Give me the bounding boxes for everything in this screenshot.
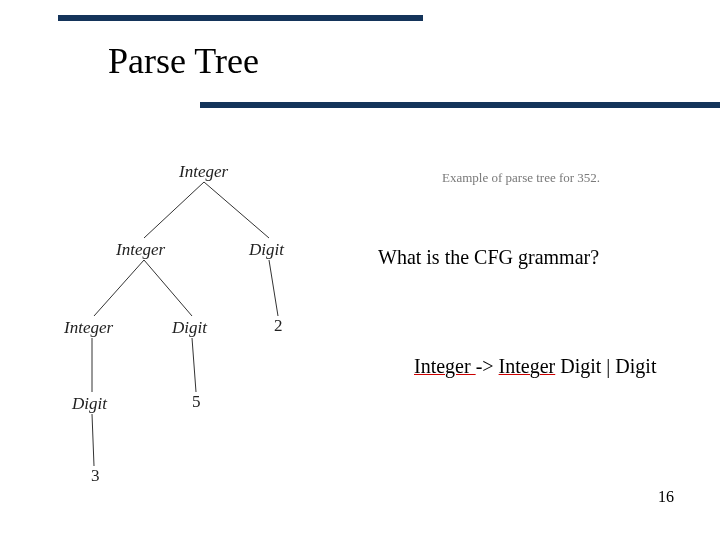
page-number: 16 [658, 488, 674, 506]
node-leaf-5: 5 [192, 392, 201, 412]
node-integer-l1: Integer [116, 240, 165, 260]
svg-line-1 [204, 182, 269, 238]
node-leaf-2: 2 [274, 316, 283, 336]
node-digit-l2: Digit [172, 318, 207, 338]
grammar-rhs-integer: Integer [499, 355, 556, 377]
title-underline [200, 102, 720, 108]
svg-line-2 [94, 260, 144, 316]
node-digit-l3: Digit [72, 394, 107, 414]
question-text: What is the CFG grammar? [378, 246, 599, 269]
svg-line-6 [192, 338, 196, 392]
top-rule [58, 15, 423, 21]
node-integer-l2: Integer [64, 318, 113, 338]
node-integer-root: Integer [179, 162, 228, 182]
slide-title: Parse Tree [108, 40, 259, 82]
grammar-arrow: -> [476, 355, 499, 377]
grammar-rule: Integer -> Integer Digit | Digit [414, 355, 656, 378]
node-digit-l1: Digit [249, 240, 284, 260]
tree-caption: Example of parse tree for 352. [442, 170, 600, 186]
grammar-rhs-rest: Digit | Digit [555, 355, 656, 377]
svg-line-4 [269, 260, 278, 316]
svg-line-7 [92, 414, 94, 466]
svg-line-3 [144, 260, 192, 316]
node-leaf-3: 3 [91, 466, 100, 486]
grammar-lhs: Integer [414, 355, 476, 377]
svg-line-0 [144, 182, 204, 238]
parse-tree: Integer Integer Digit Integer Digit 2 Di… [64, 160, 364, 480]
